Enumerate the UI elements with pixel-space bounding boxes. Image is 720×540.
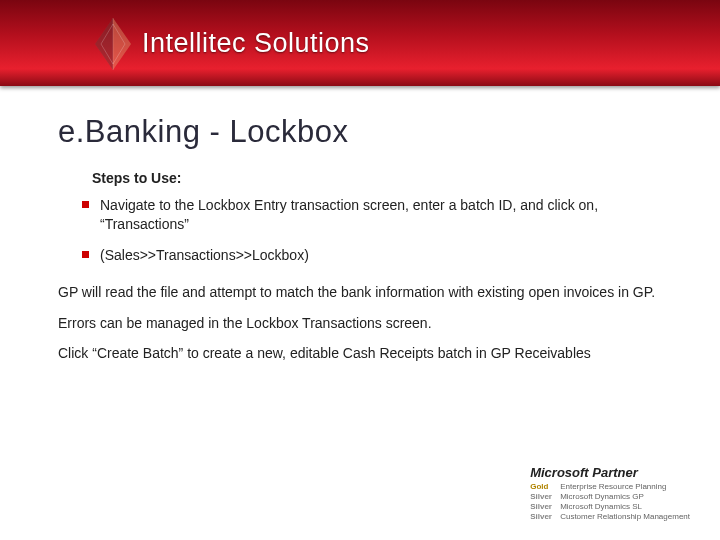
step-item: (Sales>>Transactions>>Lockbox) xyxy=(82,246,662,265)
page-title: e.Banking - Lockbox xyxy=(58,114,662,150)
steps-list: Navigate to the Lockbox Entry transactio… xyxy=(82,196,662,265)
svg-marker-2 xyxy=(95,18,113,70)
diamond-logo-icon xyxy=(95,18,131,70)
body-paragraph: GP will read the file and attempt to mat… xyxy=(58,283,662,302)
partner-line: SilverCustomer Relationship Management xyxy=(530,512,690,522)
svg-marker-1 xyxy=(113,18,131,70)
header-bar: Intellitec Solutions xyxy=(0,0,720,86)
partner-line: GoldEnterprise Resource Planning xyxy=(530,482,690,492)
steps-heading: Steps to Use: xyxy=(92,170,662,186)
partner-title: Microsoft Partner xyxy=(530,465,690,481)
partner-line: SilverMicrosoft Dynamics SL xyxy=(530,502,690,512)
slide-content: e.Banking - Lockbox Steps to Use: Naviga… xyxy=(0,86,720,363)
brand-name: Intellitec Solutions xyxy=(142,28,370,59)
partner-line: SilverMicrosoft Dynamics GP xyxy=(530,492,690,502)
body-paragraph: Click “Create Batch” to create a new, ed… xyxy=(58,344,662,363)
partner-badge: Microsoft Partner GoldEnterprise Resourc… xyxy=(530,465,690,522)
step-item: Navigate to the Lockbox Entry transactio… xyxy=(82,196,662,234)
body-paragraph: Errors can be managed in the Lockbox Tra… xyxy=(58,314,662,333)
